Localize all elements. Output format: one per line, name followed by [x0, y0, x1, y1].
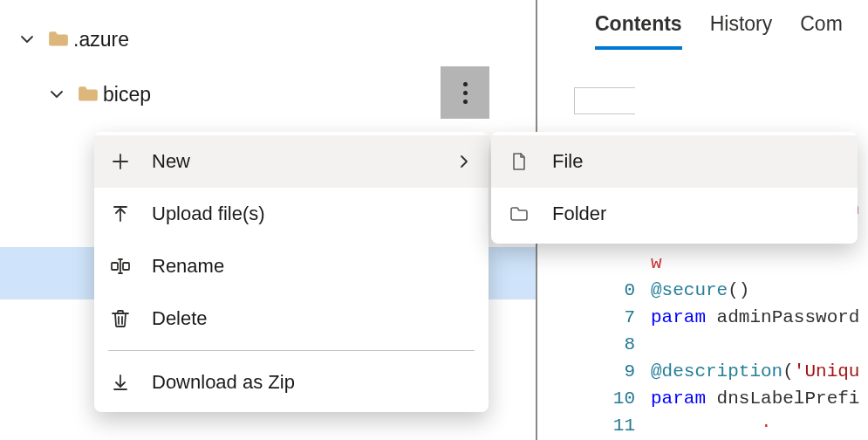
line-number: 10 — [574, 385, 651, 412]
submenu-item-label: File — [552, 150, 583, 173]
submenu-folder[interactable]: Folder — [491, 188, 858, 240]
kebab-dot-icon — [463, 91, 468, 95]
line-number — [574, 250, 651, 277]
file-icon — [509, 151, 552, 172]
line-number: 7 — [574, 304, 651, 331]
code-content: param adminPassword — [651, 304, 859, 331]
svg-rect-5 — [123, 263, 129, 270]
chevron-right-icon — [448, 153, 473, 170]
code-content: param dnsLabelPrefi — [651, 385, 859, 412]
code-content: w — [651, 250, 662, 277]
rename-icon — [110, 256, 152, 277]
context-menu-upload[interactable]: Upload file(s) — [94, 188, 489, 240]
context-menu: New Upload file(s) Rename — [94, 132, 489, 412]
code-line: 9@description('Uniqu — [574, 358, 868, 385]
tab-contents[interactable]: Contents — [595, 12, 682, 45]
gutter-current-line — [574, 87, 635, 114]
code-content: · — [651, 412, 772, 439]
tab-history[interactable]: History — [710, 12, 773, 45]
code-line: 11 · — [574, 412, 868, 439]
code-content: @description('Uniqu — [651, 358, 859, 385]
code-content: @secure() — [651, 277, 749, 304]
kebab-dot-icon — [463, 82, 468, 86]
submenu-file[interactable]: File — [491, 135, 858, 188]
tree-item-azure[interactable]: .azure — [0, 13, 536, 65]
folder-icon — [44, 28, 73, 51]
menu-item-label: Rename — [152, 255, 473, 278]
menu-item-label: Upload file(s) — [152, 203, 473, 225]
menu-item-label: New — [152, 150, 448, 173]
folder-icon — [73, 83, 103, 106]
tab-compare[interactable]: Com — [800, 12, 843, 45]
code-line: 8 — [574, 331, 868, 358]
folder-outline-icon — [509, 203, 552, 224]
submenu-new: File Folder — [491, 132, 858, 244]
code-line: 7param adminPassword — [574, 304, 868, 331]
tree-item-label: bicep — [103, 83, 151, 107]
context-menu-rename[interactable]: Rename — [94, 240, 489, 292]
tree-item-label: .azure — [73, 28, 129, 52]
code-line: w — [574, 250, 868, 277]
upload-icon — [110, 203, 152, 224]
line-number: 8 — [574, 331, 651, 358]
submenu-item-label: Folder — [552, 203, 606, 225]
svg-rect-4 — [112, 263, 118, 270]
chevron-down-icon — [45, 86, 68, 103]
context-menu-download[interactable]: Download as Zip — [94, 356, 489, 409]
menu-item-label: Delete — [152, 307, 473, 330]
trash-icon — [110, 308, 152, 329]
menu-separator — [108, 350, 475, 351]
line-number: 0 — [574, 277, 651, 304]
line-number: 11 — [574, 412, 651, 439]
line-number: 9 — [574, 358, 651, 385]
chevron-down-icon — [16, 31, 38, 48]
more-actions-button[interactable] — [441, 66, 489, 119]
kebab-dot-icon — [463, 100, 468, 104]
context-menu-new[interactable]: New — [94, 135, 489, 188]
download-icon — [110, 372, 152, 393]
editor-tabs: Contents History Com — [539, 0, 868, 45]
menu-item-label: Download as Zip — [152, 371, 473, 394]
code-line: 0@secure() — [574, 277, 868, 304]
context-menu-delete[interactable]: Delete — [94, 292, 489, 345]
code-line: 10param dnsLabelPrefi — [574, 385, 868, 412]
plus-icon — [110, 151, 152, 172]
